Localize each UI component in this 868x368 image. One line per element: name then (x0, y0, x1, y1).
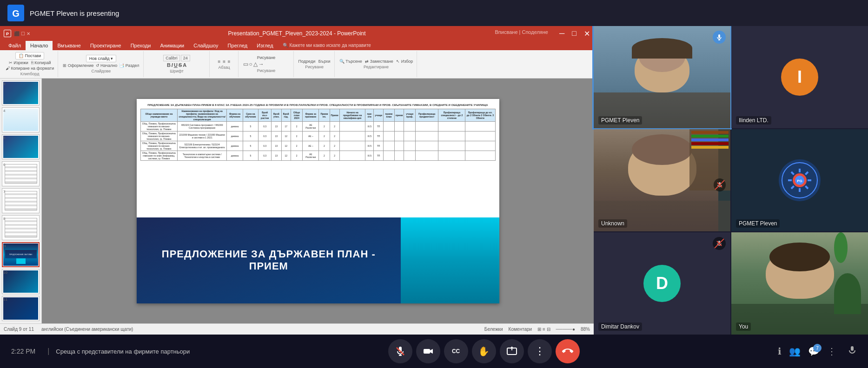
more-options-button[interactable]: ⋮ (528, 339, 552, 363)
select-btn[interactable]: ↖ Избор (396, 59, 413, 64)
slide-thumb-4[interactable]: 4 (2, 107, 40, 132)
paste-btn[interactable]: 📋 Постави (15, 52, 44, 59)
activities-icon-btn[interactable]: ⋮ (827, 346, 836, 357)
participant-tile-pgmet2[interactable]: PG PGMET Pleven (731, 129, 868, 231)
slide-thumb-5[interactable]: 5 (2, 134, 40, 159)
font-color-btn[interactable]: A (183, 62, 186, 68)
cell-r2-3: ТП (374, 141, 384, 151)
participant-tile-dimitar[interactable]: D Dimitar Dankov (594, 232, 730, 335)
cell-plan-2: 2 (291, 131, 302, 141)
ribbon-tab-file[interactable]: Файл (4, 41, 26, 50)
slides-buttons: Нов слайд ▾ (86, 55, 116, 62)
svg-text:P: P (6, 32, 9, 36)
statusbar-zoom-slider[interactable]: ─────● (556, 327, 575, 332)
camera-toggle-button[interactable] (416, 339, 440, 363)
ribbon-tab-home[interactable]: Начало (26, 41, 53, 50)
cell-ps-1 (438, 121, 465, 131)
mic-toggle-button[interactable] (388, 339, 412, 363)
ribbon-tab-search[interactable]: 🔍 Кажете ми какво искате да направите (278, 41, 376, 50)
slide-thumb-11[interactable]: 11 (2, 296, 40, 321)
layout-btn[interactable]: ⊞ Оформление (63, 63, 93, 68)
underline-btn[interactable]: U (174, 62, 178, 68)
ribbon-tab-view[interactable]: Изглед (252, 41, 278, 50)
shape-btn-2[interactable]: ○ (249, 61, 252, 67)
cell-plan-3: 2 (291, 141, 302, 151)
statusbar-notes-btn[interactable]: Бележки (484, 327, 503, 332)
section-btn[interactable]: 📑 Раздел (119, 63, 139, 68)
pp-app-icon: P (4, 30, 11, 37)
slide-preview-4 (3, 109, 38, 131)
pp-statusbar-right: Бележки Коментари ⊞ ≡ ⊟ ─────● 88% (484, 327, 590, 332)
top-bar: G PGMET Pleven is presenting (0, 0, 868, 26)
ribbon-tab-review[interactable]: Преглед (223, 41, 252, 50)
ribbon-tab-animations[interactable]: Анимации (155, 41, 189, 50)
italic-btn[interactable]: I (172, 62, 173, 68)
quick-styles-btn[interactable]: Бърхи (318, 59, 331, 64)
cell-spec-2: 221006 Машинен техник / 221000 Машини и … (178, 131, 227, 141)
replace-btn[interactable]: ⇄ Заместване (365, 59, 393, 64)
shape-btn-3[interactable]: △ (253, 61, 258, 67)
cell-age-1: 0.3 (258, 121, 272, 131)
slide-table-title: ПРЕДЛОЖЕНИЕ ЗА ДЪРЖАВЕН ПЛАН-ПРИЕМ В 8 К… (140, 103, 496, 107)
slide-thumb-10[interactable]: 10 (2, 269, 40, 294)
slide-num-10: 10 (3, 270, 7, 275)
pp-window-controls[interactable]: ⬛ ☐ ✕ (14, 31, 30, 36)
reset-btn[interactable]: ↺ Начално (96, 63, 118, 68)
slide-thumb-8[interactable]: 8 (2, 215, 40, 240)
shape-btn-4[interactable]: → (258, 61, 264, 67)
share-screen-button[interactable] (500, 339, 524, 363)
cell-class-4: 5 (243, 151, 258, 160)
cell-p1-1: 2 (319, 121, 330, 131)
slide-num-8: 8 (3, 217, 5, 221)
participant-tile-ilinden[interactable]: I Ilinden LTD. (731, 26, 868, 128)
align-right-btn[interactable]: ≡ (228, 59, 231, 64)
ribbon-group-clipboard: 📋 Постави ✂ Изрежи ⎘ Копирай 🖌 Копиране … (2, 51, 58, 77)
cell-school-4: Общ. Плевен, Професионална гимназия по к… (140, 151, 178, 160)
pgmet-logo: PG (779, 159, 821, 201)
cell-form-3: дневна (227, 141, 243, 151)
ribbon-tab-transitions[interactable]: Преходи (126, 41, 156, 50)
info-icon-btn[interactable]: ℹ (778, 346, 782, 357)
pp-title: Presentation_PGMET_Pleven_2023-2024 - Po… (228, 30, 365, 37)
strikethrough-btn[interactable]: S (179, 62, 182, 68)
participant-tile-you[interactable]: You (731, 232, 868, 335)
cell-stud-1: 13 (272, 121, 281, 131)
participant-tile-unknown[interactable]: Unknown (594, 129, 730, 231)
align-left-btn[interactable]: ≡ (218, 59, 221, 64)
pp-minimize-btn[interactable]: ─ (559, 29, 564, 38)
format-copy[interactable]: 🖌 Копиране на формати (6, 66, 54, 71)
find-btn[interactable]: 🔍 Търсене (339, 59, 362, 64)
ribbon-tab-slideshow[interactable]: Слайдшоу (189, 41, 223, 50)
slide-table-area: ПРЕДЛОЖЕНИЕ ЗА ДЪРЖАВЕН ПЛАН-ПРИЕМ В 8 К… (140, 103, 496, 214)
ribbon-tab-insert[interactable]: Вмъкване (53, 41, 86, 50)
slide-preview-9: ПРЕДЛОЖЕНИЕ ЗА ПЛАН (3, 243, 38, 266)
pp-maximize-btn[interactable]: □ (572, 29, 576, 38)
ribbon-tab-design[interactable]: Проектиране (86, 41, 126, 50)
slide-thumb-6[interactable]: 6 (2, 161, 40, 186)
arrange-btn[interactable]: Подреди (298, 59, 316, 64)
para-buttons: ≡ ≡ ≡ (218, 59, 231, 64)
pgmet-mic-icon (713, 31, 726, 44)
cut-btn[interactable]: ✂ Изрежи (9, 60, 28, 65)
statusbar-comments-btn[interactable]: Коментари (509, 327, 532, 332)
font-name[interactable]: Calibri (163, 55, 180, 61)
raise-hand-button[interactable]: ✋ (472, 339, 496, 363)
captions-button[interactable]: CC (444, 339, 468, 363)
participant-tile-pgmet-pleven[interactable]: PGMET Pleven (594, 26, 730, 128)
bold-btn[interactable]: B (167, 62, 171, 68)
slide-thumb-3[interactable]: 3 (2, 80, 40, 105)
pp-close-btn[interactable]: ✕ (584, 29, 590, 38)
align-center-btn[interactable]: ≡ (223, 59, 225, 64)
slide-thumb-7[interactable]: 7 (2, 188, 40, 213)
cell-pref-1 (415, 121, 438, 131)
slide-thumb-9[interactable]: 9 ПРЕДЛОЖЕНИЕ ЗА ПЛАН (2, 242, 40, 267)
shape-btn-1[interactable]: ▭ (243, 61, 248, 67)
new-slide-btn[interactable]: Нов слайд ▾ (86, 55, 116, 62)
copy-btn[interactable]: ⎘ Копирай (31, 60, 51, 65)
cell-recv-1: АЕ Различни (303, 121, 319, 131)
pp-statusbar: Слайд 9 от 11 английски (Съединени амери… (0, 323, 594, 335)
font-size[interactable]: 24 (181, 55, 190, 61)
end-call-button[interactable] (556, 339, 580, 363)
cell-r1-2: III.5 (365, 131, 374, 141)
people-icon-btn[interactable]: 👥 (789, 346, 801, 357)
